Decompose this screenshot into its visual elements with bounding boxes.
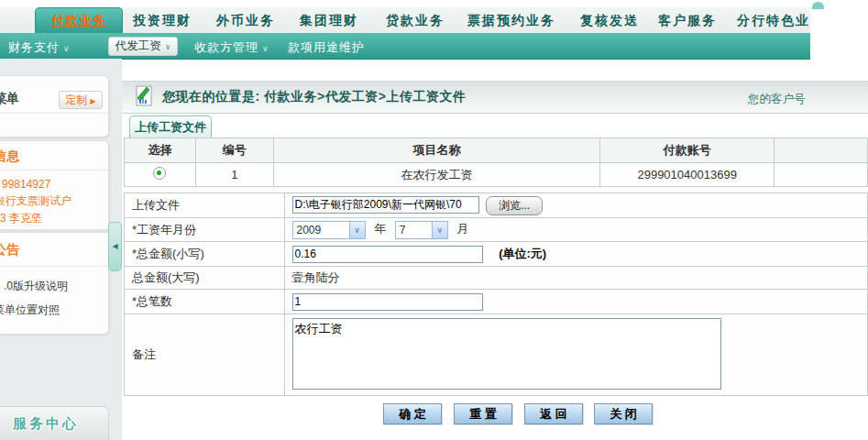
tab-foreign-currency[interactable]: 外币业务 (216, 13, 275, 29)
tab-loan-business[interactable]: 贷款业务 (386, 13, 445, 29)
amount-input[interactable] (292, 246, 483, 263)
panel-tab-upload-salary-file[interactable]: 上传工资文件 (129, 116, 212, 138)
back-button[interactable]: 返 回 (524, 403, 583, 424)
col-header-extra (775, 138, 868, 163)
sidebar-info-customer-number: 99814927 (2, 178, 50, 191)
breadcrumb-location: 您现在的位置是: 付款业务>代发工资>上传工资文件 (162, 89, 466, 105)
col-header-select: 选择 (125, 138, 196, 163)
reset-button[interactable]: 重 置 (454, 403, 512, 424)
chevron-down-icon: ∨ (432, 222, 447, 238)
chevron-down-icon: ∨ (165, 42, 171, 51)
close-button[interactable]: 关 闭 (594, 403, 653, 424)
chevron-down-icon: ∨ (349, 222, 365, 238)
divider (0, 266, 108, 267)
table-header-row: 选择 编号 项目名称 付款账号 (125, 138, 868, 163)
subnav-payment-purpose[interactable]: 款项用途维护 (288, 39, 365, 56)
number-cell: 1 (195, 163, 273, 187)
arrow-right-icon: ▶ (91, 97, 96, 105)
col-header-payment-account: 付款账号 (600, 138, 775, 163)
remark-label: 备注 (125, 314, 285, 396)
salary-month-label: *工资年月份 (125, 218, 285, 242)
browse-button[interactable]: 浏览... (486, 196, 543, 215)
amount-label: *总金额(小写) (125, 242, 285, 267)
project-radio[interactable] (153, 167, 166, 180)
tab-review-send[interactable]: 复核发送 (580, 13, 639, 29)
tab-group-finance[interactable]: 集团理财 (300, 13, 358, 29)
divider (0, 170, 108, 170)
sidebar-notice-upgrade-note[interactable]: .0版升级说明 (4, 279, 68, 294)
sidebar-collapse-handle[interactable]: ◀ (108, 222, 122, 271)
year-select[interactable]: 2009∨ (292, 221, 366, 239)
year-suffix: 年 (374, 222, 386, 236)
extra-cell (775, 163, 868, 187)
remark-textarea[interactable] (292, 318, 721, 390)
tab-bill-reservation[interactable]: 票据预约业务 (467, 13, 555, 29)
header-corner-decoration (812, 2, 824, 9)
sidebar-menu-title: 菜单 (0, 91, 19, 107)
divider (0, 113, 108, 114)
chevron-down-icon: ∨ (63, 44, 71, 53)
amount-caps-label: 总金额(大写) (125, 267, 285, 290)
subnav-finance-payment[interactable]: 财务支付∨ (8, 39, 71, 56)
tab-payment-business[interactable]: 付款业务 (35, 7, 123, 33)
sidebar-info-operator: 3 李克坚 (0, 211, 42, 226)
project-name-cell: 在农行发工资 (273, 163, 599, 187)
online-banking-page: { "header": { "dropdown_arrow": "∨", "ta… (0, 0, 868, 440)
form-row-remark: 备注 (125, 314, 868, 396)
col-header-number: 编号 (195, 138, 273, 163)
count-label: *总笔数 (125, 290, 285, 314)
table-row: 1 在农行发工资 299901040013699 (125, 163, 868, 187)
sidebar-info-title: 信息 (0, 148, 19, 165)
form-row-salary-month: *工资年月份 2009∨ 年 7∨ 月 (125, 218, 868, 242)
subnav-payee-management[interactable]: 收款方管理∨ (194, 39, 269, 56)
count-input[interactable] (292, 293, 483, 311)
month-suffix: 月 (456, 222, 468, 236)
subnav-salary-payment[interactable]: 代发工资∨ (108, 37, 178, 56)
arrow-left-icon: ◀ (112, 242, 117, 250)
sidebar-info-panel: 信息 99814927 银行支票测试户 3 李克坚 (0, 140, 109, 230)
sidebar-notice-panel: 公告 .0版升级说明 菜单位置对照 (0, 232, 109, 335)
service-center-panel[interactable]: 服务中心 (0, 406, 109, 440)
customer-number-label: 您的客户号 (748, 92, 806, 107)
form-row-upload-file: 上传文件 浏览... (125, 193, 868, 218)
upload-file-input[interactable] (292, 196, 479, 214)
sidebar-notice-title: 公告 (0, 242, 19, 258)
amount-unit: (单位:元) (499, 247, 546, 260)
amount-caps-value: 壹角陆分 (284, 267, 867, 290)
project-table: 选择 编号 项目名称 付款账号 1 在农行发工资 299901040013699 (124, 138, 868, 187)
upload-form: 上传文件 浏览... *工资年月份 2009∨ 年 7∨ 月 *总金额(小写) … (124, 192, 868, 396)
form-row-amount: *总金额(小写) (单位:元) (125, 242, 868, 267)
form-row-amount-caps: 总金额(大写) 壹角陆分 (125, 267, 868, 290)
sidebar-info-account-name: 银行支票测试户 (0, 193, 71, 209)
select-cell (125, 163, 196, 187)
col-header-project-name: 项目名称 (273, 138, 599, 163)
document-icon (134, 85, 154, 107)
chevron-down-icon: ∨ (262, 44, 269, 53)
form-row-count: *总笔数 (125, 290, 868, 314)
payment-account-cell: 299901040013699 (600, 163, 775, 187)
upload-file-label: 上传文件 (125, 193, 285, 218)
service-center-label: 服务中心 (13, 415, 79, 433)
confirm-button[interactable]: 确 定 (383, 403, 442, 424)
sidebar-notice-menu-map[interactable]: 菜单位置对照 (0, 302, 60, 318)
tab-customer-service[interactable]: 客户服务 (658, 13, 717, 29)
month-select[interactable]: 7∨ (395, 221, 448, 239)
tab-branch-special[interactable]: 分行特色业 (737, 13, 810, 29)
customize-button[interactable]: 定制 ▶ (59, 91, 103, 109)
tab-investment[interactable]: 投资理财 (133, 13, 192, 29)
